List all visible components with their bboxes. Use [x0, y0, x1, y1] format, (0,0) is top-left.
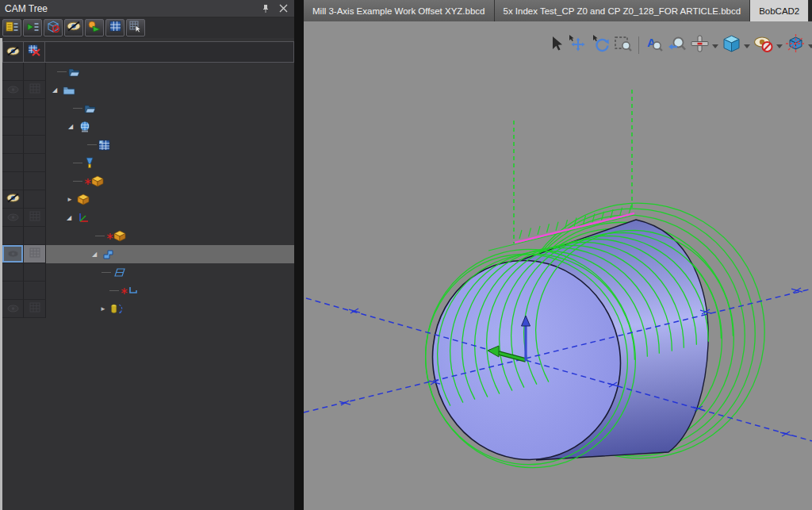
view-orientation-button[interactable]: [786, 34, 812, 56]
tree-row-bc-4x-mill[interactable]: ◢: [2, 117, 294, 136]
chevron-down-icon[interactable]: [776, 44, 783, 48]
tree-item[interactable]: [46, 136, 294, 154]
visibility-cell[interactable]: [2, 154, 24, 172]
view-cube-icon: [722, 34, 741, 56]
toolpath-cell[interactable]: [24, 117, 46, 136]
tree-item[interactable]: ◢: [46, 81, 294, 99]
3d-canvas[interactable]: A: [304, 21, 812, 510]
expand-arrow-icon[interactable]: ◢: [67, 214, 77, 221]
pin-button[interactable]: [259, 2, 272, 15]
toolpath-cell[interactable]: [24, 99, 46, 117]
visibility-cell[interactable]: [2, 263, 24, 282]
toolpath-cell[interactable]: [24, 63, 46, 81]
expand-arrow-icon[interactable]: ◢: [92, 251, 102, 258]
hide-all-header-button[interactable]: [2, 41, 24, 63]
zoom-window-button[interactable]: [614, 35, 633, 56]
visibility-cell[interactable]: [2, 63, 24, 81]
document-tab-3[interactable]: BobCAD2: [750, 0, 809, 21]
toolpath-cell[interactable]: [24, 245, 46, 263]
grid-icon: [29, 210, 40, 224]
zoom-previous-button[interactable]: [667, 35, 687, 56]
cam-simulate-button[interactable]: [85, 19, 104, 36]
collapse-arrow-icon[interactable]: ►: [67, 196, 77, 203]
toolpath-cell[interactable]: [24, 300, 46, 318]
tree-row-fixture[interactable]: [2, 227, 294, 245]
document-tab-1[interactable]: Mill 3-Axis Example Work Offset XYZ.bbcd: [304, 0, 495, 21]
toolpath-cell[interactable]: [24, 172, 46, 190]
pan-tool-button[interactable]: [567, 34, 588, 56]
stepover-tick: [547, 224, 550, 232]
visibility-cell[interactable]: [2, 227, 24, 245]
visibility-cell[interactable]: [2, 81, 24, 99]
toolpath-cell[interactable]: [24, 190, 46, 209]
visibility-cell[interactable]: [2, 117, 24, 136]
toolpath-cell[interactable]: [24, 81, 46, 99]
cam-tree-titlebar[interactable]: CAM Tree: [0, 0, 294, 17]
cam-job-settings-button[interactable]: [2, 19, 21, 36]
tree-guide-line: [102, 272, 111, 273]
expand-arrow-icon[interactable]: ◢: [52, 86, 63, 94]
visibility-cell[interactable]: [2, 300, 24, 318]
tree-row-milling-job[interactable]: ◢: [2, 81, 294, 99]
expand-arrow-icon[interactable]: ◢: [68, 123, 79, 130]
rotate-tool-button[interactable]: [591, 34, 611, 56]
cam-load-job-button[interactable]: [23, 19, 42, 36]
toolpath-cell[interactable]: [24, 227, 46, 245]
chevron-down-icon[interactable]: [712, 44, 718, 48]
remove-all-header-button[interactable]: [23, 41, 45, 63]
chevron-down-icon[interactable]: [808, 44, 812, 48]
tree-row-bc-4x-mill-bcpst[interactable]: [2, 136, 294, 154]
chevron-down-icon[interactable]: [744, 44, 750, 48]
tree-item[interactable]: ◢: [46, 245, 294, 263]
tree-item[interactable]: ◢: [46, 117, 294, 136]
select-tool-button[interactable]: [548, 35, 564, 56]
section-view-button[interactable]: [690, 35, 718, 56]
tree-row-stock[interactable]: ►: [2, 190, 294, 209]
tree-item[interactable]: [46, 63, 294, 81]
collapse-arrow-icon[interactable]: ►: [100, 305, 110, 313]
tree-row-feature-4-axis-rotary[interactable]: ◢: [2, 245, 294, 263]
visibility-cell[interactable]: [2, 99, 24, 117]
tree-item[interactable]: [46, 263, 294, 282]
panel-splitter[interactable]: [294, 0, 304, 510]
visibility-cell[interactable]: [2, 190, 24, 209]
tree-item[interactable]: ►: [46, 300, 294, 318]
tree-row-workpiece[interactable]: [2, 172, 294, 190]
tree-guide-line: [109, 290, 119, 291]
zoom-fit-button[interactable]: A: [645, 35, 664, 56]
hide-entities-button[interactable]: [753, 35, 783, 56]
cam-stock-visibility-button[interactable]: [44, 19, 63, 36]
tree-row-4-axis-rotary[interactable]: ►: [2, 300, 294, 318]
tree-item[interactable]: [46, 282, 294, 300]
toolpath-cell[interactable]: [24, 282, 46, 300]
cam-blank-toolpath-button[interactable]: [64, 19, 83, 36]
visibility-cell[interactable]: [2, 136, 24, 154]
cam-select-button[interactable]: [126, 19, 145, 36]
tree-item[interactable]: [46, 99, 294, 117]
tree-row-machine-setup-1[interactable]: ◢: [2, 209, 294, 227]
close-button[interactable]: [277, 2, 289, 15]
toolpath-cell[interactable]: [24, 136, 46, 154]
tree-item[interactable]: [46, 172, 294, 190]
tree-row-system-default[interactable]: [2, 99, 294, 117]
visibility-cell[interactable]: [2, 172, 24, 190]
toolpath-cell[interactable]: [24, 263, 46, 282]
tree-item[interactable]: [46, 227, 294, 245]
tree-item[interactable]: ►: [46, 190, 294, 209]
cam-post-button[interactable]: [105, 19, 124, 36]
view-cube-button[interactable]: [722, 34, 750, 56]
visibility-cell[interactable]: [2, 282, 24, 300]
cam-stock-visibility-button-icon: [47, 21, 60, 36]
tree-row-geometry[interactable]: [2, 263, 294, 282]
toolpath-cell[interactable]: [24, 209, 46, 227]
toolpath-cell[interactable]: [24, 154, 46, 172]
tree-row-milling-tools[interactable]: [2, 154, 294, 172]
visibility-cell[interactable]: [2, 245, 24, 263]
tree-row-boundary[interactable]: [2, 282, 294, 300]
document-tab-2[interactable]: 5x Index Test_CP Z0 and CP Z0_128_FOR AR…: [495, 0, 751, 21]
tree-item[interactable]: [46, 154, 294, 172]
tree-item[interactable]: ◢: [46, 209, 294, 227]
tree-row-cam-defaults[interactable]: [2, 63, 294, 81]
visibility-cell[interactable]: [2, 209, 24, 227]
tree-guide-line: [57, 71, 67, 72]
